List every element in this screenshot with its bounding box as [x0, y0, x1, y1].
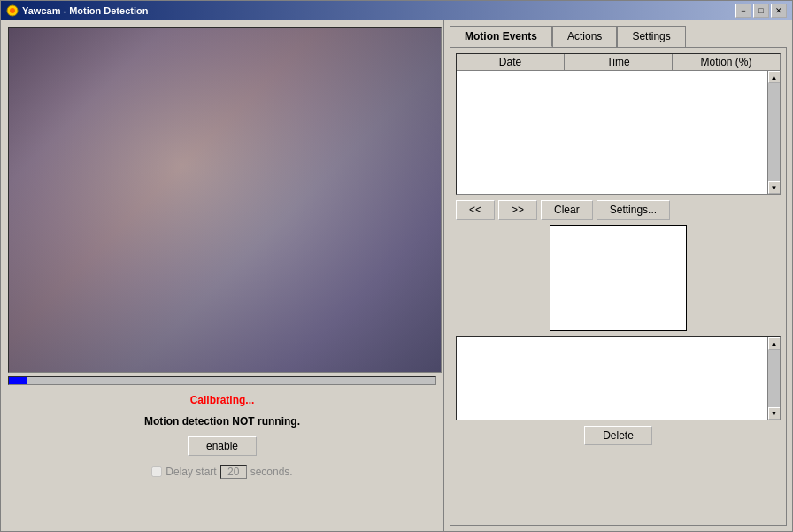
enable-button[interactable]: enable: [188, 436, 257, 456]
image-preview: [550, 225, 687, 331]
table-rows: [457, 71, 767, 194]
calibrating-text: Calibrating...: [1, 394, 443, 406]
app-icon: [6, 4, 19, 17]
right-panel: Motion Events Actions Settings Date Time…: [443, 20, 792, 531]
clear-button[interactable]: Clear: [541, 200, 593, 220]
window-controls: − □ ✕: [735, 4, 787, 18]
info-scroll-track: [768, 350, 780, 407]
table-header: Date Time Motion (%): [457, 54, 780, 71]
table-body: ▲ ▼: [457, 71, 780, 194]
info-scrollbar: ▲ ▼: [767, 337, 780, 420]
prev-button[interactable]: <<: [456, 200, 495, 220]
tab-settings[interactable]: Settings: [617, 26, 685, 47]
close-button[interactable]: ✕: [771, 4, 787, 18]
delete-btn-area: Delete: [456, 426, 781, 445]
delete-button[interactable]: Delete: [584, 426, 652, 445]
info-textarea: ▲ ▼: [456, 336, 781, 420]
info-text: [457, 337, 767, 420]
delay-end-label: seconds.: [250, 466, 293, 478]
progress-bar-area: [8, 376, 436, 385]
events-table: Date Time Motion (%) ▲ ▼: [456, 53, 781, 195]
col-time: Time: [565, 54, 673, 70]
enable-btn-area: enable: [1, 436, 443, 456]
table-scrollbar: ▲ ▼: [767, 71, 780, 194]
tab-bar: Motion Events Actions Settings: [450, 26, 787, 47]
col-motion: Motion (%): [673, 54, 780, 70]
window-body: Calibrating... Motion detection NOT runn…: [1, 20, 792, 531]
settings-button[interactable]: Settings...: [597, 200, 670, 220]
progress-bar-fill: [9, 377, 27, 384]
scroll-up-button[interactable]: ▲: [768, 71, 781, 83]
col-date: Date: [457, 54, 565, 70]
left-panel: Calibrating... Motion detection NOT runn…: [1, 20, 443, 531]
delay-input[interactable]: [220, 465, 247, 479]
delay-checkbox[interactable]: [151, 466, 162, 477]
nav-buttons: << >> Clear Settings...: [456, 200, 781, 220]
scroll-track: [768, 83, 780, 181]
camera-feed: [9, 28, 441, 372]
tab-motion-events[interactable]: Motion Events: [450, 26, 552, 47]
motion-status-text: Motion detection NOT running.: [1, 415, 443, 428]
scroll-down-button[interactable]: ▼: [768, 181, 781, 194]
tab-actions[interactable]: Actions: [552, 26, 617, 47]
title-bar: Yawcam - Motion Detection − □ ✕: [1, 1, 792, 20]
tab-content: Date Time Motion (%) ▲ ▼: [450, 47, 787, 526]
info-scroll-down[interactable]: ▼: [768, 407, 781, 420]
camera-view: [8, 27, 442, 373]
window-title: Yawcam - Motion Detection: [22, 5, 735, 16]
main-window: Yawcam - Motion Detection − □ ✕ Calibrat…: [0, 0, 793, 532]
delay-start-label: Delay start: [166, 466, 216, 478]
next-button[interactable]: >>: [498, 200, 537, 220]
delay-area: Delay start seconds.: [1, 465, 443, 479]
svg-point-1: [10, 8, 15, 13]
minimize-button[interactable]: −: [735, 4, 751, 18]
info-scroll-up[interactable]: ▲: [768, 337, 781, 350]
maximize-button[interactable]: □: [753, 4, 769, 18]
